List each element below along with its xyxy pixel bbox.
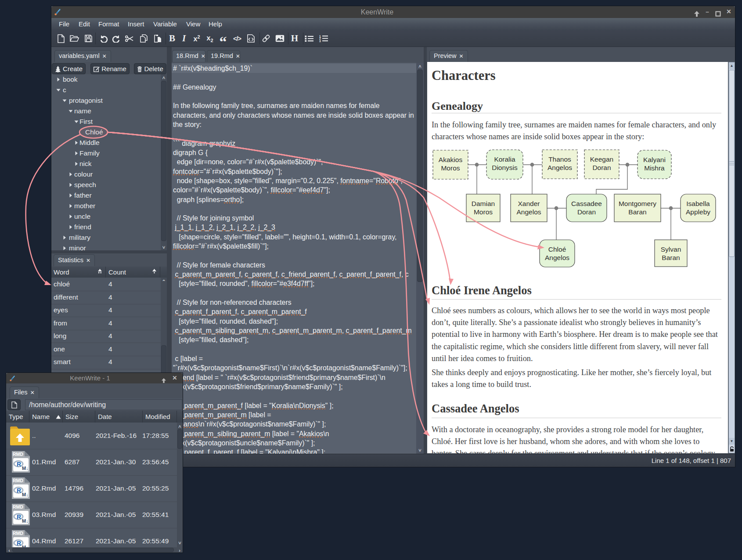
svg-text:Doran: Doran xyxy=(577,208,596,216)
svg-text:RMD: RMD xyxy=(13,531,23,536)
svg-text:3: 3 xyxy=(319,40,321,43)
svg-text:Appleby: Appleby xyxy=(686,208,710,216)
svg-text:Sylvan: Sylvan xyxy=(661,246,681,253)
svg-text:Moros: Moros xyxy=(441,164,460,172)
svg-text:Angelos: Angelos xyxy=(547,164,572,171)
svg-text:R: R xyxy=(17,540,21,547)
svg-text:Xander: Xander xyxy=(518,200,540,207)
svg-text:R: R xyxy=(17,461,21,468)
svg-text:Doran: Doran xyxy=(592,164,611,171)
svg-text:Moros: Moros xyxy=(474,208,493,216)
svg-text:R: R xyxy=(17,487,21,494)
svg-text:R: R xyxy=(17,513,21,520)
svg-text:Angelos: Angelos xyxy=(516,208,541,216)
svg-text:Montgomery: Montgomery xyxy=(619,200,656,207)
svg-text:RMD: RMD xyxy=(13,452,23,457)
svg-text:Kalyani: Kalyani xyxy=(643,156,666,163)
svg-text:Dionysis: Dionysis xyxy=(492,164,518,171)
svg-text:Akakios: Akakios xyxy=(439,156,463,163)
svg-text:Koralia: Koralia xyxy=(494,155,515,163)
svg-text:Mishra: Mishra xyxy=(644,164,665,172)
svg-text:Isabella: Isabella xyxy=(686,200,710,207)
svg-text:M↓: M↓ xyxy=(22,466,29,471)
svg-text:RMD: RMD xyxy=(13,504,23,509)
svg-text:Baran: Baran xyxy=(662,254,680,261)
svg-text:M↓: M↓ xyxy=(22,518,29,524)
svg-text:RMD: RMD xyxy=(13,478,23,483)
svg-text:Baran: Baran xyxy=(628,208,646,216)
svg-text:Thanos: Thanos xyxy=(548,155,571,163)
svg-text:Angelos: Angelos xyxy=(545,254,569,261)
svg-text:Damian: Damian xyxy=(472,200,495,207)
svg-text:Keegan: Keegan xyxy=(590,155,613,163)
svg-text:Cassadee: Cassadee xyxy=(571,200,602,207)
svg-text:M↓: M↓ xyxy=(22,492,29,497)
svg-text:Chloé: Chloé xyxy=(548,246,566,253)
